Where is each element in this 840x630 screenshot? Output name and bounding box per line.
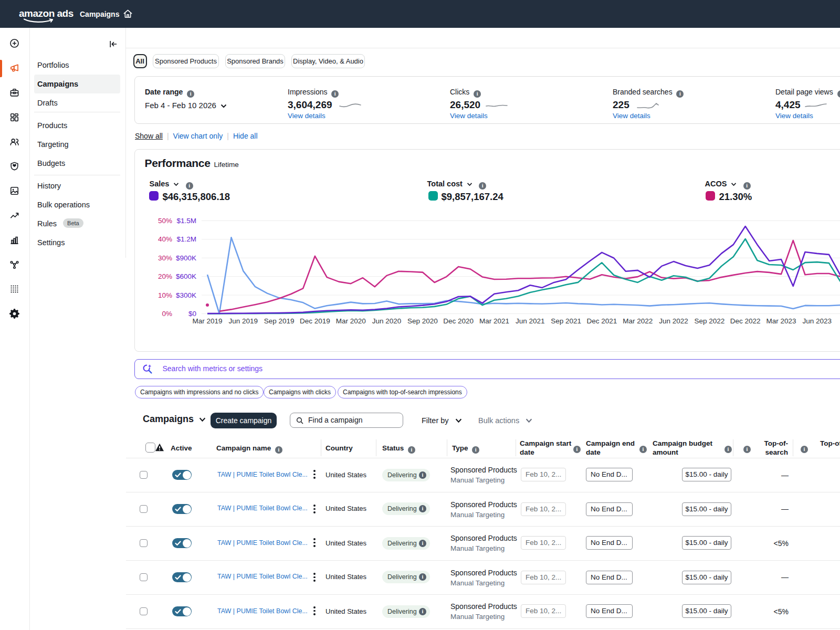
svg-text:Dec 2019: Dec 2019 (300, 317, 330, 325)
svg-text:50%: 50% (158, 217, 172, 225)
svg-text:$900K: $900K (176, 254, 196, 262)
svg-text:Jun 2019: Jun 2019 (229, 317, 258, 325)
svg-text:Sep 2020: Sep 2020 (407, 317, 438, 325)
svg-text:Jun 2023: Jun 2023 (803, 317, 832, 325)
svg-text:Dec 2021: Dec 2021 (587, 317, 617, 325)
svg-text:$600K: $600K (176, 272, 196, 280)
svg-text:$1.2M: $1.2M (176, 235, 196, 243)
svg-text:20%: 20% (158, 272, 172, 280)
svg-text:Mar 2022: Mar 2022 (623, 317, 653, 325)
svg-text:Jun 2020: Jun 2020 (372, 317, 402, 325)
svg-text:$0: $0 (188, 310, 196, 318)
svg-text:Mar 2020: Mar 2020 (336, 317, 366, 325)
svg-text:Mar 2021: Mar 2021 (479, 317, 509, 325)
svg-text:Sep 2021: Sep 2021 (551, 317, 581, 325)
svg-text:30%: 30% (158, 254, 172, 262)
svg-text:$1.5M: $1.5M (176, 217, 196, 225)
svg-text:Jun 2021: Jun 2021 (516, 317, 545, 325)
svg-text:10%: 10% (158, 291, 172, 299)
svg-text:Mar 2023: Mar 2023 (766, 317, 796, 325)
svg-text:40%: 40% (158, 235, 172, 243)
svg-text:0%: 0% (162, 310, 172, 318)
svg-text:Sep 2022: Sep 2022 (694, 317, 724, 325)
svg-text:$300K: $300K (176, 291, 196, 299)
svg-text:Sep 2019: Sep 2019 (264, 317, 295, 325)
svg-text:Mar 2019: Mar 2019 (192, 317, 222, 325)
svg-text:Jun 2022: Jun 2022 (659, 317, 688, 325)
svg-text:Dec 2022: Dec 2022 (730, 317, 761, 325)
svg-text:Dec 2020: Dec 2020 (443, 317, 474, 325)
